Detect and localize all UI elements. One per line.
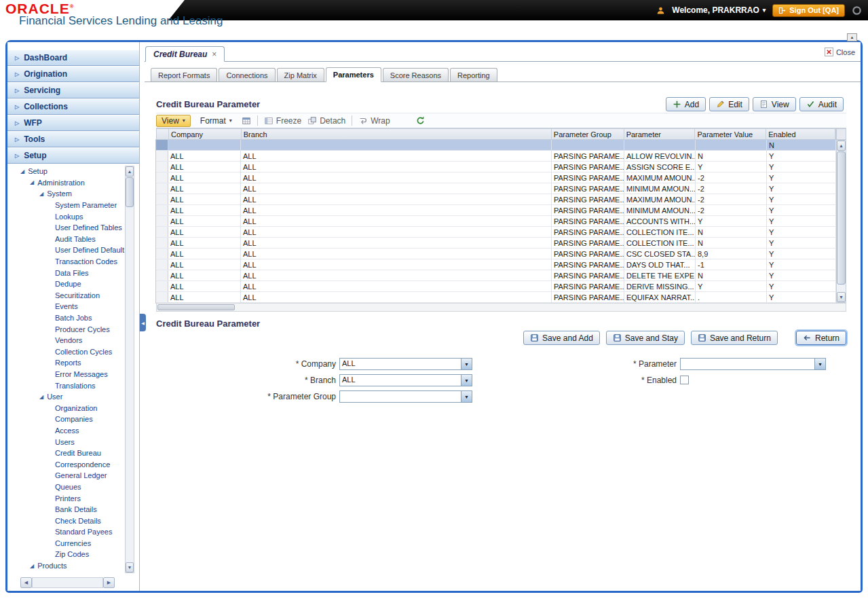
chevron-down-icon[interactable]: ▼ [461,391,472,402]
column-header-parameter-group[interactable]: Parameter Group [552,129,624,139]
sidebar-item-servicing[interactable]: ▷Servicing [7,82,139,98]
row-selector[interactable] [156,194,168,204]
tree-item-user-defined-tables[interactable]: User Defined Tables [7,222,125,234]
column-header-parameter-value[interactable]: Parameter Value [695,129,766,139]
export-table-icon[interactable] [242,116,251,126]
collapse-sidebar-button[interactable]: ◀ [140,314,146,331]
horizontal-scrollbar[interactable] [156,303,846,312]
tree-item-credit-bureau[interactable]: Credit Bureau [7,448,125,459]
tree-item-queues[interactable]: Queues [7,481,125,493]
horizontal-scroll-track[interactable] [32,577,103,588]
table-row[interactable]: ALLALLPARSING PARAME...DAYS OLD THAT...-… [156,259,836,270]
tree-expanded-icon[interactable]: ◢ [39,394,43,400]
row-selector[interactable] [156,162,168,172]
sign-out-button[interactable]: Sign Out [QA] [772,4,845,17]
tree-item-printers[interactable]: Printers [7,492,125,504]
scrollbar-thumb[interactable] [157,304,235,310]
table-row[interactable]: ALLALLPARSING PARAME...DELETE THE EXPE..… [156,270,836,281]
freeze-button[interactable]: Freeze [264,116,301,126]
table-row[interactable]: ALLALLPARSING PARAME...MAXIMUM AMOUN...-… [156,194,836,205]
tree-item-user[interactable]: ◢User [7,391,125,403]
sidebar-item-origination[interactable]: ▷Origination [7,66,139,82]
tree-item-system[interactable]: ◢System [7,188,125,200]
tree-item-organization[interactable]: Organization [7,402,125,414]
tree-item-translations[interactable]: Translations [7,380,125,391]
tree-item-currencies[interactable]: Currencies [7,538,125,549]
parameter-select[interactable]: ▼ [680,358,826,370]
tree-item-setup[interactable]: ◢Setup [7,166,125,177]
table-row[interactable]: ALLALLPARSING PARAME...CSC CLOSED STA...… [156,249,836,259]
scroll-down-button[interactable]: ▼ [837,292,846,302]
enabled-checkbox[interactable] [680,376,689,384]
scrollbar-track[interactable] [126,208,134,562]
sidebar-item-dashboard[interactable]: ▷DashBoard [7,50,139,66]
tree-expanded-icon[interactable]: ◢ [30,179,34,185]
tab-score-reasons[interactable]: Score Reasons [383,68,449,81]
row-selector[interactable] [156,140,168,150]
table-row[interactable]: ALLALLPARSING PARAME...ASSIGN SCORE E...… [156,162,836,172]
row-selector[interactable] [156,183,168,194]
view-button[interactable]: View [753,97,796,111]
column-header-branch[interactable]: Branch [242,129,552,139]
table-row[interactable]: ALLALLPARSING PARAME...DERIVE MISSING...… [156,281,836,292]
scroll-up-button[interactable]: ▲ [837,141,846,151]
table-row[interactable]: ALLALLPARSING PARAME...MAXIMUM AMOUN...-… [156,172,836,183]
branch-select[interactable]: ALL ▼ [339,374,472,386]
row-selector[interactable] [156,151,168,161]
scrollbar-thumb[interactable] [126,177,134,207]
wrap-button[interactable]: Wrap [358,116,390,126]
tree-item-producer-cycles[interactable]: Producer Cycles [7,323,125,335]
tree-item-audit-tables[interactable]: Audit Tables [7,234,125,245]
tree-item-securitization[interactable]: Securitization [7,290,125,302]
tree-item-collection-cycles[interactable]: Collection Cycles [7,346,125,358]
tab-close-icon[interactable]: × [212,50,216,59]
add-button[interactable]: Add [666,97,706,111]
tab-report-formats[interactable]: Report Formats [151,68,217,81]
tree-item-products[interactable]: ◢Products [7,560,125,572]
parameter-group-select[interactable]: ▼ [339,390,472,403]
tree-item-batch-jobs[interactable]: Batch Jobs [7,312,125,324]
tree-item-bank-details[interactable]: Bank Details [7,504,125,515]
tree-item-reports[interactable]: Reports [7,357,125,369]
refresh-icon[interactable] [415,115,426,126]
row-selector[interactable] [156,270,168,280]
return-button[interactable]: Return [796,331,846,345]
tab-reporting[interactable]: Reporting [450,68,497,81]
sidebar-item-collections[interactable]: ▷Collections [7,98,139,115]
tab-zip-matrix[interactable]: Zip Matrix [277,68,324,81]
tree-item-user-defined-default[interactable]: User Defined Default [7,244,125,256]
tree-item-events[interactable]: Events [7,301,125,312]
chevron-down-icon[interactable]: ▼ [461,359,472,369]
table-row[interactable]: ALLALLPARSING PARAME...MINIMUM AMOUN...-… [156,205,836,216]
close-button[interactable]: Close [825,48,855,56]
chevron-down-icon[interactable]: ▼ [461,375,472,386]
save-and-return-button[interactable]: Save and Return [691,331,778,345]
tree-expanded-icon[interactable]: ◢ [30,563,34,569]
save-and-add-button[interactable]: Save and Add [523,331,600,345]
row-selector[interactable] [156,227,168,237]
scrollbar-thumb[interactable] [837,151,846,285]
tree-item-lookups[interactable]: Lookups [7,211,125,222]
tree-expanded-icon[interactable]: ◢ [20,168,24,175]
sidebar-item-setup[interactable]: ▷Setup [7,147,139,164]
table-row[interactable]: ALLALLPARSING PARAME...COLLECTION ITE...… [156,238,836,249]
chevron-down-icon[interactable]: ▼ [814,359,825,369]
row-selector[interactable] [156,205,168,215]
tree-item-companies[interactable]: Companies [7,414,125,425]
tree-item-access[interactable]: Access [7,425,125,437]
edit-button[interactable]: Edit [709,97,749,111]
company-select[interactable]: ALL ▼ [339,358,472,370]
tree-item-zip-codes[interactable]: Zip Codes [7,549,125,560]
scroll-left-button[interactable]: ◀ [20,577,32,588]
row-selector[interactable] [156,281,168,291]
format-menu-button[interactable]: Format ▾ [197,115,235,126]
table-row[interactable]: ALLALLPARSING PARAME...EQUIFAX NARRAT...… [156,292,836,303]
tree-item-general-ledger[interactable]: General Ledger [7,470,125,481]
audit-button[interactable]: Audit [799,97,844,111]
tab-credit-bureau[interactable]: Credit Bureau × [145,46,225,62]
tree-item-dedupe[interactable]: Dedupe [7,278,125,290]
table-row[interactable]: ALLALLPARSING PARAME...ACCOUNTS WITH...Y… [156,216,836,227]
scroll-right-button[interactable]: ▶ [103,577,115,588]
tree-expanded-icon[interactable]: ◢ [39,191,43,197]
save-and-stay-button[interactable]: Save and Stay [606,331,685,345]
